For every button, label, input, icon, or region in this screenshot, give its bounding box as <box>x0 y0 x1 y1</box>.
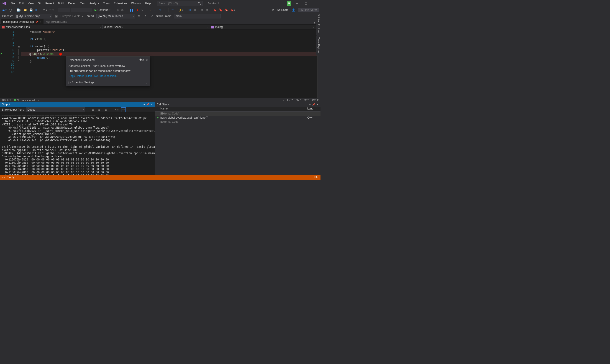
out-tb-icon-2[interactable]: ≣ <box>97 107 102 112</box>
menu-debug[interactable]: Debug <box>66 1 78 6</box>
menu-tools[interactable]: Tools <box>101 1 111 6</box>
platform-dropdown[interactable] <box>71 8 92 12</box>
bookmark-clear-icon[interactable]: 🔖▾ <box>229 8 236 12</box>
minimize-button[interactable] <box>292 0 301 7</box>
code-editor[interactable]: ➤ 123 456 789 101112 ⊟│││└ #include <std… <box>0 30 320 98</box>
panel-dropdown-icon[interactable]: ▾ <box>144 103 145 106</box>
tb-icon-a[interactable]: ⚡▾ <box>178 8 184 12</box>
out-tb-icon-3[interactable]: ≣ <box>103 107 108 112</box>
show-next-icon[interactable]: → <box>148 8 152 12</box>
callstack-row-current[interactable]: ➤ basic-global-overflow.exe!main() Line … <box>155 116 320 120</box>
bookmark-icon[interactable]: 🔖 <box>212 8 218 12</box>
callstack-panel-title[interactable]: Call Stack ▾ 📌 ✕ <box>155 102 320 107</box>
menu-build[interactable]: Build <box>56 1 66 6</box>
menu-view[interactable]: View <box>26 1 36 6</box>
tab-dropdown-icon[interactable]: ▾ <box>314 21 315 24</box>
step-over-icon[interactable]: ↷ <box>158 8 162 12</box>
expand-settings-icon[interactable]: ▷ <box>68 81 71 84</box>
menu-help[interactable]: Help <box>143 1 153 6</box>
close-button[interactable] <box>310 0 319 7</box>
pause-icon[interactable]: ❚❚ <box>128 8 135 12</box>
start-liveshare-link[interactable]: Start Live Share session... <box>86 74 118 78</box>
liveshare-button[interactable]: ⇱ Live Share <box>270 8 290 12</box>
output-source-dropdown[interactable]: Debug <box>26 107 85 112</box>
menu-project[interactable]: Project <box>43 1 56 6</box>
lineending-indicator[interactable]: CRLF <box>312 99 319 102</box>
bookmark-prev-icon[interactable]: 🔖 <box>218 8 223 12</box>
forward-nav-icon[interactable]: ◯ <box>8 8 13 12</box>
tb-icon-2[interactable]: ⧉▾ <box>120 8 125 12</box>
output-panel-title[interactable]: Output ▾ 📌 ✕ <box>0 102 155 107</box>
panel-pin-icon[interactable]: 📌 <box>146 103 149 106</box>
restart-icon[interactable]: ↻ <box>140 8 145 12</box>
exception-settings-link[interactable]: Exception Settings <box>71 81 94 84</box>
back-nav-icon[interactable]: ◉ ▾ <box>1 8 8 12</box>
flag-icon[interactable]: ⚑ <box>137 14 141 18</box>
resize-grip-icon[interactable]: ⋰ <box>146 81 148 84</box>
zoom-level[interactable]: 100 % ▾ <box>2 99 11 102</box>
search-input[interactable] <box>159 2 198 5</box>
issues-status[interactable]: No issues found <box>14 99 35 102</box>
menu-analyze[interactable]: Analyze <box>88 1 101 6</box>
tb-icon-e[interactable]: ≡ <box>205 8 209 12</box>
nav-project[interactable]: Miscellaneous Files <box>0 25 103 29</box>
search-box[interactable] <box>157 1 202 6</box>
popup-pin-icon[interactable]: �ứ <box>139 59 144 62</box>
tb-icon-1[interactable]: ⧉ <box>115 8 120 12</box>
panel-close-icon[interactable]: ✕ <box>151 103 153 106</box>
solution-explorer-tab[interactable]: Solution Explorer <box>316 12 320 35</box>
save-all-icon[interactable]: 🗎 <box>34 8 39 12</box>
copy-details-link[interactable]: Copy Details <box>68 74 84 78</box>
user-badge[interactable]: JR <box>287 1 291 6</box>
cs-close-icon[interactable]: ✕ <box>317 103 319 106</box>
step-out-icon[interactable]: ↑ <box>163 8 167 12</box>
cs-dropdown-icon[interactable]: ▾ <box>309 103 311 106</box>
search-icon[interactable] <box>198 2 201 5</box>
process-dropdown[interactable]: [] MyFileName.dmp <box>15 14 53 18</box>
tb-icon-c[interactable]: ▦ <box>192 8 197 12</box>
callstack-row[interactable]: [External Code] <box>155 112 320 116</box>
indent-indicator[interactable]: SPC <box>304 99 310 102</box>
out-tb-icon-1[interactable]: ≣ <box>91 107 95 112</box>
cs-pin-icon[interactable]: 📌 <box>312 103 315 106</box>
menu-window[interactable]: Window <box>129 1 143 6</box>
undo-icon[interactable]: ↶ ▾ <box>42 8 48 12</box>
output-content[interactable]: ========================================… <box>0 112 155 177</box>
menu-git[interactable]: Git <box>36 1 43 6</box>
code-content[interactable]: #include <stdio.h> int x[100]; int main(… <box>21 30 317 98</box>
team-explorer-tab[interactable]: Team Explorer <box>316 36 320 55</box>
cs-col-lang[interactable]: Lang <box>307 107 319 111</box>
tb-icon-b[interactable]: ▤ <box>187 8 192 12</box>
wordwrap-icon[interactable]: ↩ <box>121 107 126 112</box>
lifecycle-icon[interactable]: ▣ <box>54 14 59 18</box>
maximize-button[interactable] <box>301 0 310 7</box>
fold-column[interactable]: ⊟│││└ <box>18 30 21 98</box>
new-item-icon[interactable]: 📄▾ <box>16 8 22 12</box>
tb-icon-undo2[interactable]: ↶ <box>170 8 175 12</box>
open-icon[interactable]: 📂 <box>23 8 28 12</box>
clear-output-icon[interactable]: ✕≡ <box>114 107 119 112</box>
continue-button[interactable]: ▶ Continue ▾ <box>93 8 112 12</box>
feedback-icon[interactable]: 👤 <box>291 8 296 12</box>
nav-function[interactable]: main() <box>209 25 316 29</box>
nav-scope[interactable]: (Global Scope) <box>103 25 209 29</box>
menu-extensions[interactable]: Extensions <box>112 1 129 6</box>
callstack-row[interactable]: [External Code] <box>155 120 320 124</box>
thread-dropdown[interactable]: [74992] Main Thread <box>96 14 135 18</box>
tb-icon-d[interactable]: ≡ <box>200 8 204 12</box>
save-icon[interactable]: 💾 <box>28 8 34 12</box>
menu-file[interactable]: File <box>9 1 17 6</box>
menu-test[interactable]: Test <box>79 1 87 6</box>
swap-icon[interactable]: ⇄ <box>150 14 154 18</box>
menu-edit[interactable]: Edit <box>17 1 26 6</box>
stackframe-dropdown[interactable]: main <box>174 14 221 18</box>
step-into-icon[interactable]: ↓ <box>153 8 157 12</box>
tab-source-file[interactable]: basic-global-overflow.cpp 📌 ✕ <box>1 19 43 24</box>
notifications-icon[interactable]: 🗨₂ <box>314 176 318 179</box>
pin-icon[interactable]: 📌 <box>35 21 38 23</box>
popup-close-icon[interactable]: ✕ <box>146 59 148 62</box>
close-tab-icon[interactable]: ✕ <box>40 21 41 23</box>
redo-icon[interactable]: ↷ ▾ <box>49 8 55 12</box>
stop-icon[interactable]: ■ <box>135 8 140 12</box>
config-dropdown[interactable] <box>58 8 70 12</box>
